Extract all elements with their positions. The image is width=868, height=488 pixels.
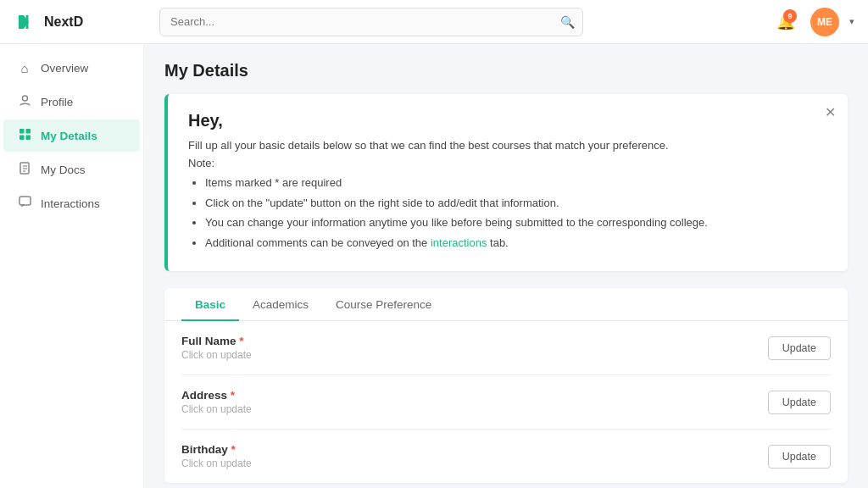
search-input[interactable] xyxy=(159,8,583,36)
address-hint: Click on update xyxy=(181,403,252,415)
field-info-address: Address * Click on update xyxy=(181,389,252,415)
birthday-update-button[interactable]: Update xyxy=(768,445,831,469)
fields-container: Full Name * Click on update Update Addre… xyxy=(164,321,848,483)
full-name-required: * xyxy=(236,335,244,347)
logo-area: NextD xyxy=(14,10,149,34)
sidebar-item-overview[interactable]: ⌂ Overview xyxy=(3,53,140,84)
search-icon: 🔍 xyxy=(560,15,575,29)
topbar: NextD 🔍 🔔 9 ME ▾ xyxy=(0,0,868,44)
grid-icon xyxy=(17,128,32,143)
address-update-button[interactable]: Update xyxy=(768,391,831,414)
main-layout: ⌂ Overview Profile My Details xyxy=(0,44,868,488)
banner-greeting: Hey, xyxy=(188,111,827,130)
tab-academics[interactable]: Academics xyxy=(239,288,322,321)
sidebar-label-interactions: Interactions xyxy=(41,197,100,210)
svg-rect-2 xyxy=(25,129,31,134)
tab-course-preference[interactable]: Course Preference xyxy=(322,288,445,321)
info-banner: ✕ Hey, Fill up all your basic details be… xyxy=(164,94,848,271)
sidebar-label-overview: Overview xyxy=(41,62,88,75)
bullet-4: Additional comments can be conveyed on t… xyxy=(205,235,827,252)
banner-note-label: Note: xyxy=(188,157,827,169)
sidebar-label-my-docs: My Docs xyxy=(41,164,86,176)
topbar-right: 🔔 9 ME ▾ xyxy=(771,8,854,36)
sidebar-label-profile: Profile xyxy=(41,96,73,108)
avatar-chevron-icon[interactable]: ▾ xyxy=(849,16,854,27)
profile-icon xyxy=(17,94,32,109)
full-name-hint: Click on update xyxy=(181,349,252,361)
sidebar-item-my-docs[interactable]: My Docs xyxy=(3,153,140,186)
sidebar-item-interactions[interactable]: Interactions xyxy=(3,187,140,219)
tabs-bar: Basic Academics Course Preference xyxy=(164,288,848,321)
full-name-update-button[interactable]: Update xyxy=(768,336,831,360)
search-bar: 🔍 xyxy=(159,8,583,36)
svg-point-0 xyxy=(22,96,27,101)
user-avatar[interactable]: ME xyxy=(810,8,839,36)
app-name: NextD xyxy=(44,14,83,30)
home-icon: ⌂ xyxy=(17,61,32,75)
tab-basic[interactable]: Basic xyxy=(181,288,239,321)
svg-rect-4 xyxy=(25,136,31,141)
svg-rect-1 xyxy=(19,129,25,134)
docs-icon xyxy=(17,162,32,177)
content-area: My Details ✕ Hey, Fill up all your basic… xyxy=(144,44,868,488)
field-row-address: Address * Click on update Update xyxy=(181,375,831,430)
bullet-2: Click on the "update" button on the righ… xyxy=(205,195,827,212)
birthday-label: Birthday * xyxy=(181,443,252,456)
field-row-birthday: Birthday * Click on update Update xyxy=(181,430,831,483)
notification-button[interactable]: 🔔 9 xyxy=(771,8,800,36)
close-button[interactable]: ✕ xyxy=(825,104,836,120)
field-info-full-name: Full Name * Click on update xyxy=(181,335,252,361)
svg-rect-9 xyxy=(19,197,31,205)
birthday-hint: Click on update xyxy=(181,458,252,469)
birthday-required: * xyxy=(228,443,236,456)
address-required: * xyxy=(227,389,235,402)
logo-icon xyxy=(14,10,37,34)
address-label: Address * xyxy=(181,389,252,402)
bullet-3: You can change your information anytime … xyxy=(205,214,827,231)
field-row-full-name: Full Name * Click on update Update xyxy=(181,321,831,375)
svg-rect-3 xyxy=(19,136,25,141)
sidebar-label-my-details: My Details xyxy=(41,130,97,142)
field-info-birthday: Birthday * Click on update xyxy=(181,443,252,469)
full-name-label: Full Name * xyxy=(181,335,252,347)
chat-icon xyxy=(17,196,32,211)
sidebar-item-profile[interactable]: Profile xyxy=(3,86,140,118)
page-title: My Details xyxy=(164,61,848,80)
interactions-link[interactable]: interactions xyxy=(431,236,487,249)
bullet-1: Items marked * are required xyxy=(205,175,827,191)
notification-badge: 9 xyxy=(783,9,797,23)
banner-bullets-list: Items marked * are required Click on the… xyxy=(188,175,827,251)
banner-description: Fill up all your basic details below so … xyxy=(188,139,827,152)
sidebar: ⌂ Overview Profile My Details xyxy=(0,44,144,488)
sidebar-item-my-details[interactable]: My Details xyxy=(3,119,140,152)
